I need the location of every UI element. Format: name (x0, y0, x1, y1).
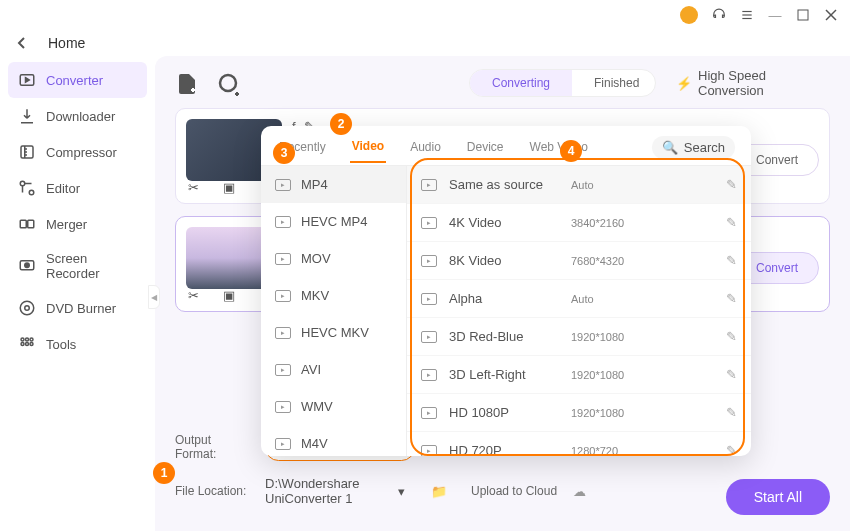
editor-icon (18, 179, 36, 197)
file-location-select[interactable]: D:\Wondershare UniConverter 1 ▾ (265, 471, 415, 511)
video-format-icon: ▸ (275, 438, 291, 450)
output-format-label: Output Format: (175, 433, 255, 461)
preset-item[interactable]: ▸8K Video7680*4320✎ (407, 242, 751, 280)
preset-item[interactable]: ▸4K Video3840*2160✎ (407, 204, 751, 242)
tab-audio[interactable]: Audio (408, 140, 443, 162)
crop-icon[interactable]: ▣ (223, 180, 235, 195)
scissors-icon[interactable]: ✂ (188, 180, 199, 195)
sidebar-item-label: Screen Recorder (46, 251, 137, 281)
svg-rect-11 (28, 220, 34, 228)
back-button[interactable] (14, 35, 30, 51)
edit-icon[interactable]: ✎ (726, 367, 737, 382)
preset-item[interactable]: ▸3D Left-Right1920*1080✎ (407, 356, 751, 394)
preset-item[interactable]: ▸HD 720P1280*720✎ (407, 432, 751, 456)
seg-finished[interactable]: Finished (572, 70, 656, 96)
video-format-icon: ▸ (421, 217, 437, 229)
sidebar-item-merger[interactable]: Merger (8, 206, 147, 242)
video-format-icon: ▸ (421, 407, 437, 419)
format-mp4[interactable]: ▸MP4 (261, 166, 406, 203)
sidebar-item-screen-recorder[interactable]: Screen Recorder (8, 242, 147, 290)
add-file-button[interactable] (175, 72, 197, 94)
format-m4v[interactable]: ▸M4V (261, 425, 406, 456)
scissors-icon[interactable]: ✂ (188, 288, 199, 303)
sidebar-item-compressor[interactable]: Compressor (8, 134, 147, 170)
format-wmv[interactable]: ▸WMV (261, 388, 406, 425)
upload-label: Upload to Cloud (471, 484, 557, 498)
video-format-icon: ▸ (421, 255, 437, 267)
sidebar-item-label: Downloader (46, 109, 115, 124)
maximize-button[interactable] (796, 8, 810, 22)
edit-icon[interactable]: ✎ (726, 177, 737, 192)
menu-icon[interactable] (740, 8, 754, 22)
format-popup: Recently Video Audio Device Web Video 🔍 … (261, 126, 751, 456)
chevron-down-icon: ▾ (398, 484, 405, 499)
annotation-2: 2 (330, 113, 352, 135)
lightning-icon: ⚡ (676, 76, 692, 91)
svg-point-8 (20, 181, 25, 186)
file-location-value: D:\Wondershare UniConverter 1 (265, 476, 398, 506)
video-format-icon: ▸ (421, 445, 437, 457)
search-icon: 🔍 (662, 140, 678, 155)
minimize-button[interactable]: — (768, 8, 782, 22)
hsc-label: High Speed Conversion (698, 68, 830, 98)
avatar[interactable] (680, 6, 698, 24)
svg-point-17 (26, 338, 29, 341)
tab-video[interactable]: Video (350, 139, 386, 163)
video-format-icon: ▸ (275, 327, 291, 339)
header: Home (0, 30, 850, 56)
add-url-button[interactable] (217, 72, 239, 94)
preset-list: ▸Same as sourceAuto✎ ▸4K Video3840*2160✎… (407, 166, 751, 456)
edit-icon[interactable]: ✎ (726, 253, 737, 268)
format-hevc-mp4[interactable]: ▸HEVC MP4 (261, 203, 406, 240)
preset-item[interactable]: ▸3D Red-Blue1920*1080✎ (407, 318, 751, 356)
headset-icon[interactable] (712, 8, 726, 22)
edit-icon[interactable]: ✎ (726, 291, 737, 306)
format-mov[interactable]: ▸MOV (261, 240, 406, 277)
video-format-icon: ▸ (275, 216, 291, 228)
format-search[interactable]: 🔍 Search (652, 136, 735, 159)
svg-point-21 (30, 343, 33, 346)
edit-icon[interactable]: ✎ (726, 443, 737, 456)
close-button[interactable] (824, 8, 838, 22)
sidebar-item-downloader[interactable]: Downloader (8, 98, 147, 134)
high-speed-toggle[interactable]: ⚡ High Speed Conversion (676, 68, 830, 98)
video-format-icon: ▸ (275, 253, 291, 265)
svg-point-18 (30, 338, 33, 341)
sidebar-item-dvd-burner[interactable]: DVD Burner (8, 290, 147, 326)
format-avi[interactable]: ▸AVI (261, 351, 406, 388)
video-format-icon: ▸ (275, 401, 291, 413)
sidebar-item-editor[interactable]: Editor (8, 170, 147, 206)
tab-device[interactable]: Device (465, 140, 506, 162)
edit-icon[interactable]: ✎ (726, 405, 737, 420)
sidebar-item-label: Merger (46, 217, 87, 232)
seg-converting[interactable]: Converting (470, 70, 572, 96)
cloud-icon[interactable]: ☁ (573, 484, 586, 499)
sidebar-item-tools[interactable]: Tools (8, 326, 147, 362)
crop-icon[interactable]: ▣ (223, 288, 235, 303)
edit-icon[interactable]: ✎ (726, 329, 737, 344)
sidebar-item-label: Compressor (46, 145, 117, 160)
format-mkv[interactable]: ▸MKV (261, 277, 406, 314)
svg-rect-10 (20, 220, 26, 228)
svg-point-13 (25, 263, 30, 268)
preset-item[interactable]: ▸Same as sourceAuto✎ (407, 166, 751, 204)
video-format-icon: ▸ (275, 290, 291, 302)
start-all-button[interactable]: Start All (726, 479, 830, 515)
annotation-1: 1 (153, 462, 175, 484)
sidebar-item-label: Tools (46, 337, 76, 352)
folder-icon[interactable]: 📁 (431, 484, 447, 499)
svg-point-19 (21, 343, 24, 346)
edit-icon[interactable]: ✎ (726, 215, 737, 230)
sidebar-item-converter[interactable]: Converter (8, 62, 147, 98)
sidebar-collapse[interactable]: ◀ (148, 285, 160, 309)
merger-icon (18, 215, 36, 233)
video-format-icon: ▸ (275, 364, 291, 376)
video-format-icon: ▸ (421, 293, 437, 305)
preset-item[interactable]: ▸AlphaAuto✎ (407, 280, 751, 318)
format-hevc-mkv[interactable]: ▸HEVC MKV (261, 314, 406, 351)
tools-icon (18, 335, 36, 353)
toolbar: Converting Finished ⚡ High Speed Convers… (175, 68, 830, 98)
sidebar: Converter Downloader Compressor Editor M… (0, 56, 155, 531)
preset-item[interactable]: ▸HD 1080P1920*1080✎ (407, 394, 751, 432)
annotation-3: 3 (273, 142, 295, 164)
